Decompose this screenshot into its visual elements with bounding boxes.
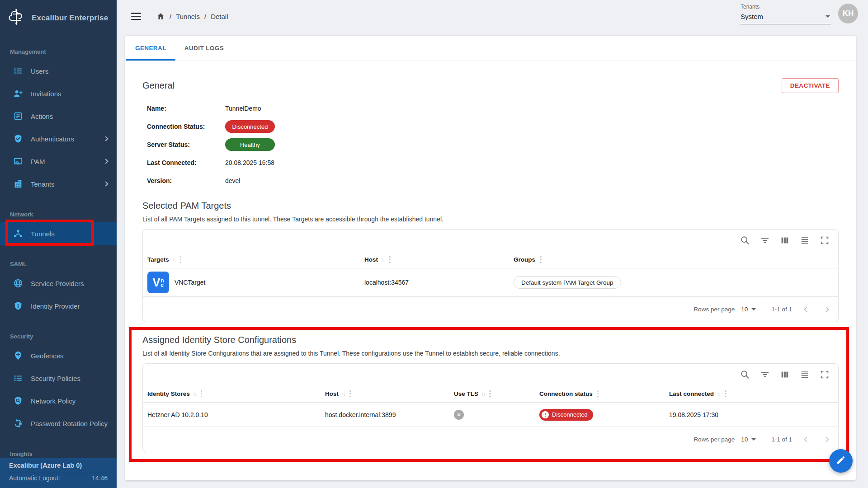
menu-toggle-icon[interactable] (131, 13, 141, 20)
deactivate-button[interactable]: DEACTIVATE (782, 78, 839, 93)
breadcrumb-separator: / (204, 13, 206, 20)
home-icon[interactable] (156, 12, 165, 20)
sidebar-item-network-policy[interactable]: Network Policy (0, 389, 117, 412)
person-add-icon (13, 88, 24, 99)
target-name: VNCTarget (175, 279, 205, 286)
filter-icon[interactable] (755, 366, 775, 384)
error-icon: ! (542, 411, 549, 418)
column-menu-icon[interactable] (540, 256, 542, 263)
previous-page-icon[interactable] (804, 306, 810, 312)
user-avatar[interactable]: KH (838, 4, 858, 23)
column-menu-icon[interactable] (201, 390, 203, 398)
sort-icon[interactable]: ↑↓ (341, 391, 345, 397)
column-menu-icon[interactable] (349, 390, 351, 398)
breadcrumb-tunnels[interactable]: Tunnels (176, 13, 200, 20)
column-header-groups[interactable]: Groups (505, 251, 838, 268)
sort-icon[interactable]: ↑↓ (717, 391, 720, 397)
app-title: Excalibur Enterprise (32, 14, 108, 23)
connection-status-badge: Disconnected (225, 120, 275, 133)
pagination-range: 1-1 of 1 (771, 306, 792, 313)
column-menu-icon[interactable] (180, 256, 182, 263)
sidebar-item-security-policies[interactable]: Security Policies (0, 367, 117, 389)
detail-card: GENERAL AUDIT LOGS General DEACTIVATE Na… (125, 36, 856, 480)
breadcrumb-separator: / (170, 13, 171, 20)
column-header-last-connected[interactable]: Last connected ↑↓ (665, 385, 838, 402)
table-row[interactable]: Hetzner AD 10.2.0.10 host.docker.interna… (143, 403, 838, 427)
list-icon (13, 373, 24, 384)
column-header-host[interactable]: Host ↑↓ (360, 251, 505, 268)
column-header-host[interactable]: Host ↑↓ (321, 385, 449, 402)
footer-divider (9, 472, 108, 472)
table-toolbar (143, 364, 838, 385)
column-header-identity-stores[interactable]: Identity Stores ↑↓ (143, 385, 321, 402)
density-icon[interactable] (795, 231, 815, 249)
tunnel-name-value: TunnelDemo (225, 105, 261, 112)
chevron-right-icon (103, 181, 108, 186)
sidebar-item-pam[interactable]: PAM (0, 150, 117, 173)
section-label-saml: SAML (0, 259, 117, 268)
search-icon[interactable] (735, 366, 755, 384)
filter-icon[interactable] (755, 231, 775, 249)
auto-logout-time: 14:46 (92, 474, 108, 482)
search-icon[interactable] (735, 231, 755, 249)
column-menu-icon[interactable] (389, 256, 391, 263)
column-menu-icon[interactable] (489, 390, 491, 398)
sidebar-item-service-providers[interactable]: Service Providers (0, 272, 117, 295)
tls-disabled-icon: × (454, 410, 464, 420)
target-host: localhost:34567 (360, 279, 505, 286)
dropdown-arrow-icon (751, 308, 756, 310)
fullscreen-icon[interactable] (815, 366, 835, 384)
rows-per-page-select[interactable]: 10 (741, 436, 756, 443)
sidebar-item-tunnels[interactable]: Tunnels (0, 222, 117, 245)
next-page-icon[interactable] (823, 436, 829, 442)
dropdown-arrow-icon (751, 438, 756, 441)
previous-page-icon[interactable] (804, 436, 810, 442)
fullscreen-icon[interactable] (815, 231, 835, 249)
sort-icon[interactable]: ↑↓ (193, 391, 196, 397)
map-pin-plus-icon (13, 350, 24, 361)
tab-general[interactable]: GENERAL (126, 36, 175, 61)
column-menu-icon[interactable] (597, 390, 599, 398)
pam-targets-description: List of all PAM Targets assigned to this… (142, 216, 839, 223)
sidebar-item-authenticators[interactable]: Authenticators (0, 127, 117, 150)
next-page-icon[interactable] (823, 306, 829, 312)
tab-audit-logs[interactable]: AUDIT LOGS (175, 36, 233, 61)
rows-per-page-select[interactable]: 10 (741, 306, 756, 313)
sidebar-item-invitations[interactable]: Invitations (0, 82, 117, 105)
sidebar-item-password-rotation-policy[interactable]: Password Rotation Policy (0, 412, 117, 435)
field-connection-status: Connection Status: Disconnected (142, 117, 839, 136)
column-header-connection-status[interactable]: Connection status (535, 385, 665, 402)
sidebar-item-actions[interactable]: Actions (0, 105, 117, 127)
table-row[interactable]: V nc VNCTarget localhost:34567 Default s… (143, 268, 838, 297)
field-server-status: Server Status: Healthy (142, 136, 839, 154)
tab-bar: GENERAL AUDIT LOGS (125, 36, 856, 61)
sort-icon[interactable]: ↑↓ (172, 257, 175, 263)
section-label-network: Network (0, 210, 117, 219)
pam-targets-table: Targets ↑↓ Host ↑↓ Groups (142, 229, 839, 322)
section-label-insights: Insights (0, 449, 117, 458)
sidebar-item-identity-provider[interactable]: Identity Provider (0, 295, 117, 317)
connection-status-badge: ! Disconnected (539, 409, 593, 421)
sidebar-item-users[interactable]: Users (0, 60, 117, 82)
edit-fab-button[interactable] (829, 449, 853, 473)
column-header-targets[interactable]: Targets ↑↓ (143, 251, 360, 268)
column-menu-icon[interactable] (725, 390, 726, 398)
columns-icon[interactable] (775, 231, 795, 249)
sort-icon[interactable]: ↑↓ (381, 257, 384, 263)
column-header-use-tls[interactable]: Use TLS ↑↓ (449, 385, 535, 402)
sidebar-footer: Excalibur (Azure Lab 0) Automatic Logout… (0, 458, 117, 488)
footer-tenant-name: Excalibur (Azure Lab 0) (9, 462, 108, 469)
sidebar-item-geofences[interactable]: Geofences (0, 344, 117, 367)
columns-icon[interactable] (775, 366, 795, 384)
group-chip[interactable]: Default system PAM Target Group (514, 276, 621, 289)
density-icon[interactable] (795, 366, 815, 384)
last-connected-value: 20.08.2025 16:58 (225, 159, 274, 166)
sort-icon[interactable]: ↑↓ (481, 391, 485, 397)
field-last-connected: Last Connected: 20.08.2025 16:58 (142, 154, 839, 172)
sidebar-item-tenants[interactable]: Tenants (0, 173, 117, 195)
tenant-select[interactable]: Tenants System (741, 4, 831, 24)
pam-targets-heading: Selected PAM Targets (142, 201, 839, 211)
building-icon (13, 178, 24, 189)
shield-check-icon (13, 133, 24, 144)
table-header-row: Targets ↑↓ Host ↑↓ Groups (143, 251, 838, 268)
